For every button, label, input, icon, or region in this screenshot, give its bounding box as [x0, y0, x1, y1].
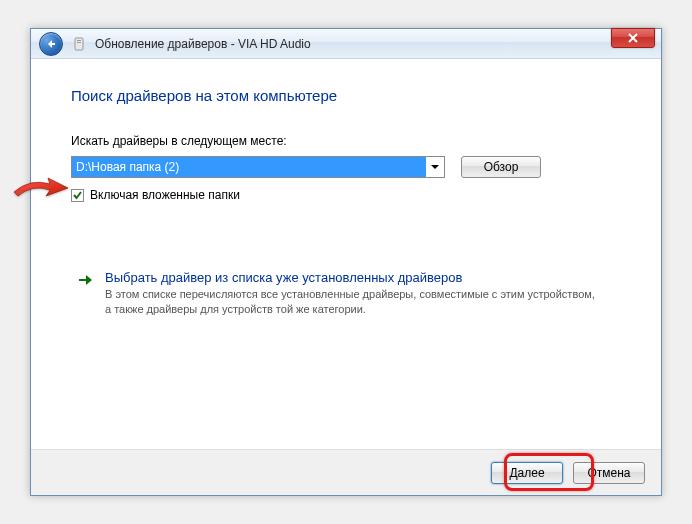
dialog-footer: Далее Отмена — [31, 449, 661, 495]
path-row: D:\Новая папка (2) Обзор — [71, 156, 621, 178]
option-title: Выбрать драйвер из списка уже установлен… — [105, 270, 595, 285]
arrow-right-icon — [75, 270, 95, 318]
dialog-window: Обновление драйверов - VIA HD Audio Поис… — [30, 28, 662, 496]
cancel-button[interactable]: Отмена — [573, 462, 645, 484]
path-label: Искать драйверы в следующем месте: — [71, 134, 621, 148]
window-title: Обновление драйверов - VIA HD Audio — [95, 37, 311, 51]
path-value[interactable]: D:\Новая папка (2) — [72, 157, 426, 177]
next-button[interactable]: Далее — [491, 462, 563, 484]
path-combobox[interactable]: D:\Новая папка (2) — [71, 156, 445, 178]
close-button[interactable] — [611, 28, 655, 48]
svg-rect-1 — [77, 40, 81, 41]
include-subfolders-row: Включая вложенные папки — [71, 188, 621, 202]
svg-rect-2 — [77, 42, 81, 43]
dropdown-arrow-icon[interactable] — [426, 157, 444, 177]
device-icon — [71, 36, 87, 52]
include-subfolders-checkbox[interactable] — [71, 189, 84, 202]
back-button[interactable] — [39, 32, 63, 56]
option-description: В этом списке перечисляются все установл… — [105, 287, 595, 318]
page-heading: Поиск драйверов на этом компьютере — [71, 87, 621, 104]
titlebar: Обновление драйверов - VIA HD Audio — [31, 29, 661, 59]
browse-button[interactable]: Обзор — [461, 156, 541, 178]
svg-rect-0 — [75, 38, 83, 50]
include-subfolders-label: Включая вложенные папки — [90, 188, 240, 202]
pick-from-list-option[interactable]: Выбрать драйвер из списка уже установлен… — [71, 262, 621, 326]
content-area: Поиск драйверов на этом компьютере Искат… — [31, 59, 661, 336]
